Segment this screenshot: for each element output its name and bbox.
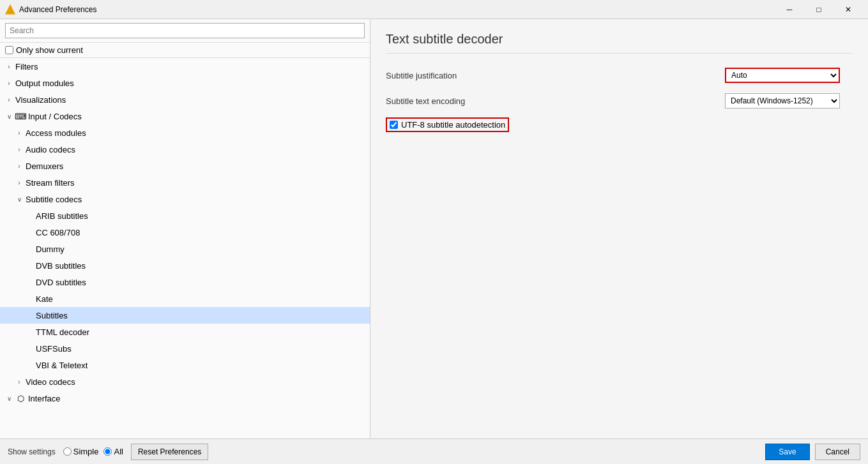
subtitle-justification-select[interactable]: Auto Left Center Right <box>725 68 840 83</box>
chevron-icon: ∨ <box>5 112 13 120</box>
tree-item-cc-608-708[interactable]: CC 608/708 <box>0 224 370 241</box>
search-box <box>0 19 370 43</box>
reset-preferences-button[interactable]: Reset Preferences <box>131 444 208 460</box>
tree-item-label: Interface <box>28 394 61 403</box>
tree-item-label: Visualizations <box>15 95 66 105</box>
only-show-current-checkbox[interactable] <box>5 46 13 54</box>
subtitle-justification-label: Subtitle justification <box>386 71 725 80</box>
bottom-bar: Show settings Simple All Reset Preferenc… <box>0 438 868 464</box>
tree-item-label: Subtitles <box>36 311 68 320</box>
tree-node-icon: ⌨ <box>15 111 26 121</box>
titlebar: Advanced Preferences ─ □ ✕ <box>0 0 868 19</box>
vlc-icon <box>5 4 15 15</box>
right-panel: Text subtitle decoder Subtitle justifica… <box>370 19 868 438</box>
utf8-autodetect-label[interactable]: UTF-8 subtitle autodetection <box>401 120 505 130</box>
show-settings-label: Show settings <box>8 447 56 456</box>
tree-item-dvd-subtitles[interactable]: DVD subtitles <box>0 274 370 290</box>
bottom-right: Save Cancel <box>765 444 860 460</box>
tree-item-vbi-teletext[interactable]: VBI & Teletext <box>0 357 370 373</box>
chevron-icon: ∨ <box>5 394 13 402</box>
chevron-icon: › <box>15 146 23 153</box>
encoding-select-wrapper: Default (Windows-1252) UTF-8 ISO-8859-1 <box>725 93 853 109</box>
main-layout: Only show current ›Filters›Output module… <box>0 19 868 464</box>
cancel-button[interactable]: Cancel <box>815 444 860 460</box>
left-panel: Only show current ›Filters›Output module… <box>0 19 370 438</box>
tree-item-dummy[interactable]: Dummy <box>0 241 370 257</box>
tree-item-input-codecs[interactable]: ∨⌨Input / Codecs <box>0 108 370 124</box>
chevron-icon: ∨ <box>15 195 23 203</box>
titlebar-title: Advanced Preferences <box>19 5 775 14</box>
chevron-icon: › <box>5 79 13 87</box>
tree-item-output-modules[interactable]: ›Output modules <box>0 75 370 91</box>
chevron-icon: › <box>15 179 23 186</box>
utf8-checkbox-row: UTF-8 subtitle autodetection <box>386 117 853 132</box>
tree-item-usfsubs[interactable]: USFSubs <box>0 340 370 357</box>
tree-item-interface[interactable]: ∨⬡Interface <box>0 390 370 407</box>
radio-group: Simple All <box>63 447 123 456</box>
tree-item-label: Video codecs <box>26 377 75 387</box>
subtitle-justification-control: Auto Left Center Right <box>725 68 853 83</box>
tree-item-arib-subtitles[interactable]: ARIB subtitles <box>0 207 370 224</box>
maximize-button[interactable]: □ <box>804 0 834 19</box>
content-area: Only show current ›Filters›Output module… <box>0 19 868 438</box>
tree-container[interactable]: ›Filters›Output modules›Visualizations∨⌨… <box>0 58 370 438</box>
subtitle-encoding-select[interactable]: Default (Windows-1252) UTF-8 ISO-8859-1 <box>725 93 840 109</box>
tree-item-label: Audio codecs <box>26 145 75 154</box>
tree-item-subtitles[interactable]: Subtitles <box>0 307 370 324</box>
subtitle-encoding-label: Subtitle text encoding <box>386 96 725 106</box>
tree-item-demuxers[interactable]: ›Demuxers <box>0 158 370 174</box>
radio-simple: Simple <box>63 447 99 456</box>
tree-item-ttml-decoder[interactable]: TTML decoder <box>0 324 370 340</box>
tree-item-label: DVD subtitles <box>36 278 86 287</box>
tree-item-label: Filters <box>15 62 38 71</box>
search-input[interactable] <box>5 23 365 38</box>
all-radio-label[interactable]: All <box>114 447 123 456</box>
chevron-icon: › <box>15 162 23 170</box>
tree-item-label: Subtitle codecs <box>26 195 82 204</box>
tree-item-label: CC 608/708 <box>36 228 80 237</box>
only-show-current-row: Only show current <box>0 43 370 58</box>
tree-item-label: Kate <box>36 294 53 304</box>
titlebar-controls: ─ □ ✕ <box>775 0 863 19</box>
radio-all: All <box>103 447 123 456</box>
tree-item-label: VBI & Teletext <box>36 361 88 370</box>
tree-item-label: USFSubs <box>36 344 72 354</box>
tree-item-label: Stream filters <box>26 178 75 188</box>
subtitle-justification-row: Subtitle justification Auto Left Center … <box>386 66 853 84</box>
all-radio[interactable] <box>103 447 112 456</box>
tree-item-kate[interactable]: Kate <box>0 290 370 307</box>
close-button[interactable]: ✕ <box>834 0 863 19</box>
tree-item-video-codecs[interactable]: ›Video codecs <box>0 373 370 390</box>
tree-node-icon: ⬡ <box>15 393 26 403</box>
tree-item-label: TTML decoder <box>36 327 89 337</box>
tree-item-access-modules[interactable]: ›Access modules <box>0 124 370 141</box>
tree-item-subtitle-codecs[interactable]: ∨Subtitle codecs <box>0 191 370 207</box>
tree-item-audio-codecs[interactable]: ›Audio codecs <box>0 141 370 158</box>
tree-item-label: Access modules <box>26 128 86 138</box>
tree-item-visualizations[interactable]: ›Visualizations <box>0 91 370 108</box>
subtitle-encoding-row: Subtitle text encoding Default (Windows-… <box>386 92 853 110</box>
tree-item-stream-filters[interactable]: ›Stream filters <box>0 174 370 191</box>
chevron-icon: › <box>15 129 23 137</box>
utf8-outlined-container: UTF-8 subtitle autodetection <box>386 117 509 132</box>
chevron-icon: › <box>5 96 13 103</box>
tree-item-label: Demuxers <box>26 161 63 171</box>
minimize-button[interactable]: ─ <box>775 0 804 19</box>
tree-item-dvb-subtitles[interactable]: DVB subtitles <box>0 257 370 274</box>
save-button[interactable]: Save <box>765 444 809 460</box>
simple-radio[interactable] <box>63 447 72 456</box>
tree-item-label: ARIB subtitles <box>36 211 88 221</box>
simple-radio-label[interactable]: Simple <box>73 447 99 456</box>
tree-item-label: Input / Codecs <box>28 112 82 121</box>
tree-item-label: DVB subtitles <box>36 261 86 271</box>
tree-item-filters[interactable]: ›Filters <box>0 58 370 75</box>
bottom-left: Show settings Simple All Reset Preferenc… <box>8 444 208 460</box>
chevron-icon: › <box>15 378 23 385</box>
page-title: Text subtitle decoder <box>386 32 853 54</box>
tree-item-label: Output modules <box>15 79 74 88</box>
tree-item-label: Dummy <box>36 244 65 254</box>
chevron-icon: › <box>5 63 13 70</box>
only-show-current-label[interactable]: Only show current <box>16 45 83 55</box>
utf8-autodetect-checkbox[interactable] <box>390 121 398 129</box>
